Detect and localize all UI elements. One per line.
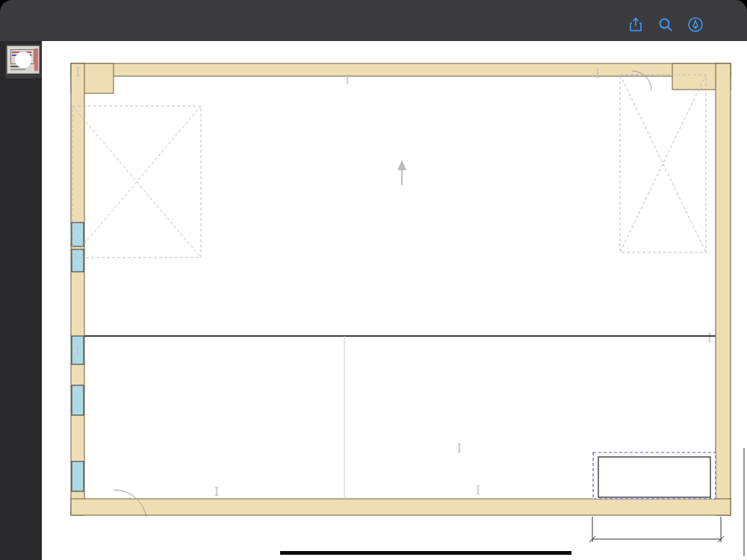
svg-text:I: I	[707, 331, 712, 345]
scale-bar	[280, 551, 571, 555]
svg-text:I: I	[476, 483, 480, 497]
column-markers: III III II	[75, 65, 712, 499]
search-icon[interactable]	[657, 16, 674, 33]
screen: { "titlebar": { "title": "24006-R1 Bales…	[0, 0, 747, 560]
no-heat-room-outline	[593, 452, 716, 499]
svg-text:I: I	[75, 344, 80, 358]
svg-text:I: I	[214, 485, 219, 499]
thumbnail-menu-icon[interactable]	[15, 52, 31, 68]
building-walls	[71, 63, 731, 515]
markup-icon[interactable]	[687, 16, 704, 33]
door-swing-arcs	[114, 71, 651, 517]
page-thumbnail-image	[7, 46, 40, 74]
title-bar	[0, 0, 747, 41]
svg-text:I: I	[595, 66, 600, 81]
thumbnail-sidebar	[0, 41, 42, 560]
page-thumbnail[interactable]	[5, 44, 41, 78]
share-icon[interactable]	[627, 16, 644, 33]
svg-text:I: I	[75, 65, 80, 79]
svg-text:I: I	[345, 72, 350, 87]
overhead-door-x-pattern	[72, 75, 706, 258]
floor-plan-drawing: III III II	[0, 0, 747, 560]
svg-text:I: I	[457, 441, 462, 455]
